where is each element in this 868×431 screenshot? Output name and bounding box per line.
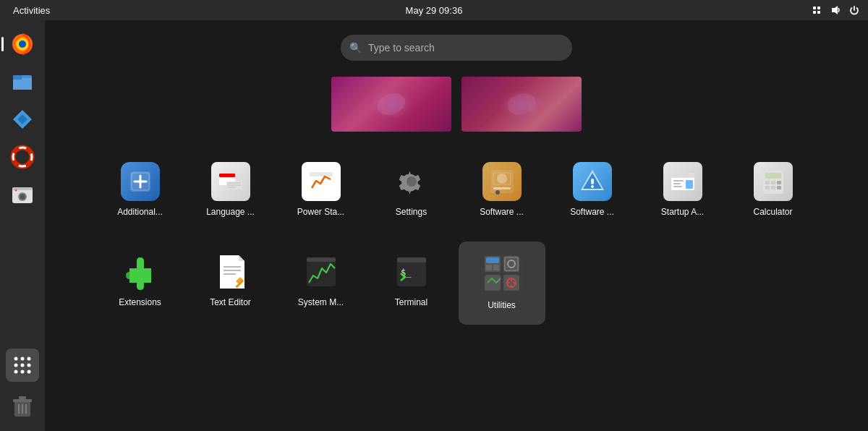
thumbnail-image-2 [461, 77, 582, 132]
topbar: Activities May 29 09:36 [0, 0, 868, 20]
dock-item-trash[interactable] [6, 391, 39, 424]
utilities-icon [481, 252, 523, 294]
svg-rect-1 [817, 7, 820, 9]
app-item-terminal[interactable]: $_ Terminal [368, 242, 455, 325]
thumbnail-image-1 [331, 77, 451, 132]
window-thumbnails [330, 75, 583, 133]
startup-label: Startup A... [661, 207, 704, 217]
startup-icon [663, 162, 702, 201]
svg-point-24 [21, 364, 25, 367]
svg-rect-82 [503, 256, 519, 272]
window-thumbnail-1[interactable] [330, 75, 453, 133]
svg-rect-65 [777, 181, 781, 184]
additional-label: Additional... [117, 207, 163, 217]
window-thumbnail-2[interactable] [460, 75, 583, 133]
power-icon[interactable] [848, 4, 861, 17]
dock-item-tweaks[interactable] [6, 103, 39, 136]
svg-rect-49 [493, 187, 511, 189]
app-grid: Additional... Language ... [97, 151, 817, 325]
texteditor-icon [211, 252, 250, 291]
dock-item-files[interactable] [6, 65, 39, 98]
svg-point-27 [21, 370, 25, 374]
app-item-calculator[interactable]: Calculator [730, 151, 817, 234]
svg-point-20 [14, 357, 18, 361]
network-icon[interactable] [810, 4, 823, 17]
svg-point-36 [381, 88, 402, 119]
main-content: 🔍 [45, 20, 868, 431]
svg-text:$_: $_ [401, 268, 412, 278]
softwareupd-icon [573, 162, 612, 201]
extensions-label: Extensions [119, 297, 161, 307]
search-container: 🔍 [341, 35, 572, 61]
svg-point-18 [20, 194, 25, 200]
svg-rect-64 [771, 181, 775, 184]
svg-point-13 [13, 148, 32, 166]
svg-rect-42 [219, 174, 235, 177]
svg-point-26 [14, 370, 18, 374]
svg-rect-67 [771, 186, 775, 189]
svg-rect-31 [19, 396, 26, 399]
svg-point-22 [27, 357, 31, 361]
svg-point-50 [495, 190, 500, 195]
svg-rect-74 [307, 257, 336, 262]
svg-point-35 [374, 90, 408, 119]
show-applications-button[interactable] [6, 349, 39, 382]
svg-rect-66 [765, 186, 770, 189]
svg-rect-86 [503, 275, 519, 291]
svg-rect-62 [765, 173, 781, 179]
powerstat-icon [302, 162, 341, 201]
terminal-label: Terminal [395, 297, 427, 307]
app-row-1: Additional... Language ... [97, 151, 817, 234]
app-item-softwarecenter[interactable]: Software ... [459, 151, 545, 234]
systemmon-label: System M... [298, 297, 344, 307]
language-label: Language ... [206, 207, 255, 217]
app-item-softwareupd[interactable]: Software ... [549, 151, 636, 234]
texteditor-label: Text Editor [210, 297, 251, 307]
dock-item-firefox[interactable] [6, 27, 39, 61]
app-item-texteditor[interactable]: Text Editor [187, 242, 274, 325]
svg-point-21 [21, 357, 25, 361]
app-item-powerstat[interactable]: Power Sta... [278, 151, 365, 234]
search-input[interactable] [341, 35, 572, 61]
powerstat-label: Power Sta... [297, 207, 344, 217]
app-item-systemmon[interactable]: System M... [278, 242, 365, 325]
softwarecenter-label: Software ... [480, 207, 524, 217]
svg-rect-60 [686, 180, 693, 189]
app-row-2: Extensions Text Editor [97, 242, 545, 325]
svg-rect-81 [493, 265, 499, 270]
svg-point-7 [19, 40, 26, 48]
activities-button[interactable]: Activities [7, 4, 56, 17]
svg-rect-53 [591, 179, 594, 184]
app-item-language[interactable]: Language ... [187, 151, 274, 234]
svg-point-46 [407, 176, 417, 187]
volume-icon[interactable] [829, 4, 842, 17]
svg-rect-59 [673, 186, 682, 187]
svg-rect-0 [813, 7, 816, 9]
app-item-settings[interactable]: Settings [368, 151, 455, 234]
additional-icon [121, 162, 160, 201]
svg-point-19 [15, 189, 17, 192]
svg-rect-76 [397, 257, 426, 263]
svg-rect-80 [486, 265, 492, 270]
svg-rect-3 [817, 11, 820, 14]
svg-point-23 [14, 364, 18, 367]
svg-rect-56 [671, 173, 694, 178]
app-item-extensions[interactable]: Extensions [97, 242, 184, 325]
svg-rect-2 [813, 11, 816, 14]
app-item-utilities[interactable]: Utilities [459, 242, 545, 325]
app-item-additional[interactable]: Additional... [97, 151, 184, 234]
svg-rect-9 [13, 78, 32, 90]
utilities-label: Utilities [488, 300, 516, 310]
svg-rect-68 [777, 186, 781, 189]
dock-item-screenshot[interactable] [6, 178, 39, 211]
svg-rect-10 [13, 75, 22, 80]
svg-rect-63 [765, 181, 770, 184]
svg-point-54 [591, 185, 594, 188]
search-icon: 🔍 [349, 42, 362, 54]
dock-item-help[interactable] [6, 140, 39, 174]
svg-point-28 [27, 370, 31, 374]
svg-rect-85 [485, 275, 501, 291]
app-item-startup[interactable]: Startup A... [639, 151, 726, 234]
svg-point-38 [512, 89, 531, 120]
svg-point-25 [27, 364, 31, 367]
